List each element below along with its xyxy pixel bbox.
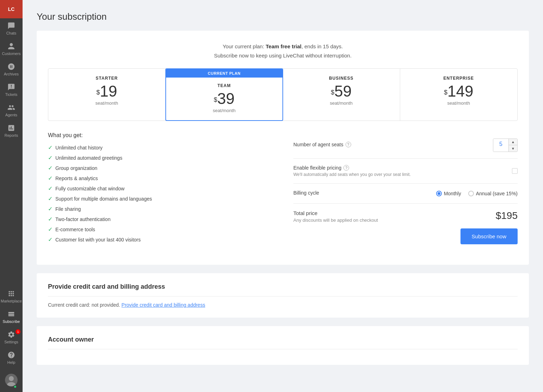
billing-monthly-radio[interactable]	[436, 191, 442, 196]
plan-enterprise-period: seat/month	[407, 100, 511, 106]
sidebar-item-reports[interactable]: Reports	[0, 121, 23, 141]
check-icon: ✓	[48, 206, 53, 212]
agent-seats-help-icon[interactable]: ?	[346, 142, 351, 147]
user-avatar-wrap[interactable]	[5, 371, 18, 389]
plan-business-price: $59	[290, 84, 393, 99]
flexible-pricing-control: Enable flexible pricing ? We'll automati…	[293, 165, 518, 177]
plan-team-period: seat/month	[173, 108, 276, 113]
plan-business-period: seat/month	[290, 100, 393, 106]
total-label: Total price	[293, 210, 378, 216]
feature-item: ✓Group organization	[48, 165, 272, 171]
plan-starter[interactable]: STARTER $19 seat/month	[48, 69, 166, 121]
account-section-title: Account owner	[48, 336, 518, 349]
billing-section: Provide credit card and billing address …	[37, 273, 529, 318]
check-icon: ✓	[48, 154, 53, 161]
feature-item: ✓Fully customizable chat window	[48, 185, 272, 192]
check-icon: ✓	[48, 165, 53, 171]
billing-cycle-control: Billing cycle Monthly Annual (save 15%)	[293, 190, 518, 197]
user-avatar	[5, 374, 18, 386]
features-list: ✓Unlimited chat history✓Unlimited automa…	[48, 144, 272, 243]
feature-item: ✓Two-factor authentication	[48, 216, 272, 222]
sidebar-item-chats[interactable]: Chats	[0, 18, 23, 39]
agent-seats-control: Number of agent seats ? 5 ▲ ▼	[293, 139, 518, 152]
main-content: Your subscription Your current plan: Tea…	[23, 0, 543, 392]
feature-item: ✓File sharing	[48, 206, 272, 212]
billing-monthly-option[interactable]: Monthly	[436, 191, 461, 196]
config-column: Number of agent seats ? 5 ▲ ▼	[293, 132, 518, 251]
stepper-buttons: ▲ ▼	[509, 139, 517, 152]
plan-business[interactable]: BUSINESS $59 seat/month	[283, 69, 400, 121]
flexible-pricing-help-icon[interactable]: ?	[343, 165, 349, 171]
plan-enterprise-price: $149	[407, 84, 511, 99]
sidebar-item-help[interactable]: Help	[0, 348, 23, 368]
check-icon: ✓	[48, 144, 53, 151]
stepper-down-button[interactable]: ▼	[509, 145, 517, 152]
sidebar-item-settings[interactable]: Settings 1	[0, 327, 23, 348]
plan-details: What you get: ✓Unlimited chat history✓Un…	[48, 132, 518, 251]
check-icon: ✓	[48, 216, 53, 222]
billing-options: Monthly Annual (save 15%)	[436, 191, 518, 196]
total-price-value: $195	[496, 210, 518, 221]
total-price-row: Total price Any discounts will be applie…	[293, 210, 518, 223]
features-column: What you get: ✓Unlimited chat history✓Un…	[48, 132, 272, 251]
billing-cycle-label: Billing cycle	[293, 190, 319, 196]
subscribe-now-button[interactable]: Subscribe now	[460, 228, 518, 244]
plan-starter-period: seat/month	[55, 100, 158, 106]
current-plan-name: Team free trial	[266, 43, 301, 49]
billing-card-link[interactable]: Provide credit card and billing address	[122, 302, 205, 308]
feature-item: ✓Unlimited chat history	[48, 144, 272, 151]
billing-annual-radio[interactable]	[468, 191, 474, 196]
plan-cta-text: Subscribe now to keep using LiveChat wit…	[48, 51, 518, 60]
feature-item: ✓Reports & analytics	[48, 175, 272, 182]
plan-enterprise-name: ENTERPRISE	[407, 76, 511, 81]
sidebar: LC Chats Customers Archives Tickets Agen…	[0, 0, 23, 392]
account-section: Account owner	[37, 326, 529, 365]
sidebar-item-archives[interactable]: Archives	[0, 59, 23, 80]
agent-seats-label: Number of agent seats ?	[293, 142, 351, 147]
agent-seats-stepper: 5 ▲ ▼	[493, 139, 518, 152]
stepper-value: 5	[493, 139, 509, 152]
feature-item: ✓E-commerce tools	[48, 226, 272, 233]
sidebar-item-subscribe[interactable]: Subscribe	[0, 307, 23, 327]
check-icon: ✓	[48, 226, 53, 233]
plan-team-name: TEAM	[173, 83, 276, 88]
stepper-up-button[interactable]: ▲	[509, 139, 517, 145]
check-icon: ✓	[48, 236, 53, 243]
plan-enterprise[interactable]: ENTERPRISE $149 seat/month	[400, 69, 518, 121]
page-title: Your subscription	[37, 11, 529, 22]
plan-team-price: $39	[173, 91, 276, 106]
feature-item: ✓Customer list with your last 400 visito…	[48, 236, 272, 243]
check-icon: ✓	[48, 185, 53, 192]
flexible-pricing-checkbox[interactable]	[512, 168, 518, 174]
billing-cycle-row: Billing cycle Monthly Annual (save 15%)	[293, 184, 518, 204]
total-row: Total price Any discounts will be applie…	[293, 204, 518, 251]
billing-text: Current credit card: not provided. Provi…	[48, 302, 518, 308]
features-title: What you get:	[48, 132, 272, 139]
plan-starter-price: $19	[55, 84, 158, 99]
plans-grid: STARTER $19 seat/month CURRENT PLAN TEAM…	[48, 68, 518, 121]
agent-seats-row: Number of agent seats ? 5 ▲ ▼	[293, 132, 518, 159]
plan-team[interactable]: CURRENT PLAN TEAM $39 seat/month	[165, 68, 283, 121]
feature-item: ✓Support for multiple domains and langua…	[48, 195, 272, 202]
sidebar-item-agents[interactable]: Agents	[0, 100, 23, 121]
billing-annual-option[interactable]: Annual (save 15%)	[468, 191, 518, 196]
plan-header: Your current plan: Team free trial, ends…	[48, 42, 518, 60]
app-logo: LC	[0, 0, 23, 18]
check-icon: ✓	[48, 175, 53, 182]
flexible-pricing-desc: We'll automatically add seats when you g…	[293, 172, 411, 177]
flexible-pricing-label: Enable flexible pricing ?	[293, 165, 411, 171]
current-plan-badge: CURRENT PLAN	[166, 69, 283, 78]
plan-business-name: BUSINESS	[290, 76, 393, 81]
sidebar-item-tickets[interactable]: Tickets	[0, 80, 23, 100]
flexible-pricing-row: Enable flexible pricing ? We'll automati…	[293, 159, 518, 184]
sidebar-item-customers[interactable]: Customers	[0, 39, 23, 59]
feature-item: ✓Unlimited automated greetings	[48, 154, 272, 161]
total-subtext: Any discounts will be applied on checkou…	[293, 218, 378, 223]
plan-starter-name: STARTER	[55, 76, 158, 81]
check-icon: ✓	[48, 195, 53, 202]
billing-section-title: Provide credit card and billing address	[48, 283, 518, 296]
settings-badge: 1	[16, 329, 20, 334]
subscription-card: Your current plan: Team free trial, ends…	[37, 31, 529, 265]
online-status-dot	[13, 385, 17, 388]
sidebar-item-marketplace[interactable]: Marketplace	[0, 286, 23, 307]
